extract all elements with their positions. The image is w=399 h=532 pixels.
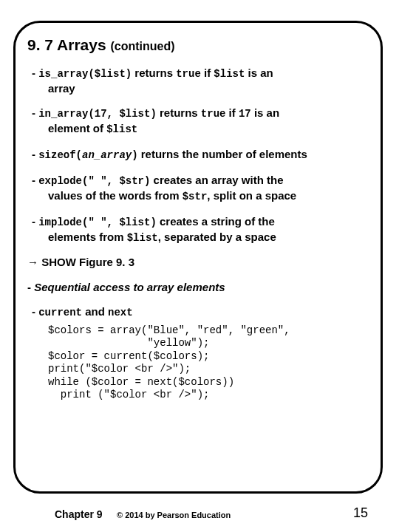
text: is an (251, 106, 279, 119)
dash: - (32, 106, 38, 119)
title-continued: (continued) (111, 40, 175, 52)
show-figure: → SHOW Figure 9. 3 (27, 255, 370, 269)
code-an-array: an_array (82, 149, 132, 161)
text: returns the number of elements (138, 148, 307, 160)
text: returns (132, 66, 176, 79)
page-number: 15 (353, 505, 368, 521)
text: element of (48, 122, 106, 134)
bullet-current-next: - current and next (27, 304, 370, 320)
arrow-icon: → (27, 256, 38, 268)
footer-chapter: Chapter 9 (55, 508, 103, 520)
text: is an (245, 66, 273, 79)
code-in-array: in_array(17, $list) (38, 108, 157, 120)
line2: values of the words from $str, split on … (32, 188, 370, 204)
code-true: true (201, 108, 226, 120)
footer-copyright: © 2014 by Pearson Education (117, 511, 231, 519)
code-current: current (38, 307, 82, 318)
text: Sequential access to array elements (34, 281, 225, 293)
title-text: Arrays (57, 36, 106, 53)
code-explode: explode(" ", $str) (38, 175, 150, 187)
slide-frame: 9. 7 Arrays (continued) - is_array($list… (13, 21, 383, 494)
dash: - (32, 215, 38, 228)
bullet-sequential: - Sequential access to array elements (27, 280, 370, 294)
text: if (201, 66, 214, 79)
dash: - (32, 174, 38, 186)
text: , split on a space (207, 189, 296, 202)
dash: - (32, 66, 38, 79)
code-true: true (176, 68, 201, 80)
code-close: ) (132, 149, 137, 161)
slide-title: 9. 7 Arrays (continued) (27, 36, 370, 54)
dash: - (32, 305, 38, 318)
text: SHOW Figure 9. 3 (38, 256, 134, 268)
bullet-explode: - explode(" ", $str) creates an array wi… (27, 173, 370, 204)
code-17: 17 (239, 108, 251, 120)
text: creates a string of the (157, 215, 275, 228)
text: creates an array with the (150, 174, 283, 186)
code-next: next (108, 307, 133, 318)
text: and (82, 305, 108, 318)
code-list: $list (127, 232, 158, 244)
line2: element of $list (32, 121, 370, 137)
text: if (225, 106, 239, 119)
code-implode: implode(" ", $list) (38, 216, 157, 228)
code-sizeof: sizeof( (38, 149, 82, 161)
text: returns (157, 106, 201, 119)
text: , separated by a space (158, 231, 276, 243)
bullet-is-array: - is_array($list) returns true if $list … (27, 66, 370, 95)
dash: - (32, 148, 38, 160)
text: elements from (48, 231, 127, 243)
bullet-implode: - implode(" ", $list) creates a string o… (27, 214, 370, 245)
code-list: $list (106, 123, 137, 135)
text: values of the words from (48, 189, 183, 202)
bullet-in-array: - in_array(17, $list) returns true if 17… (27, 106, 370, 137)
footer: Chapter 9 © 2014 by Pearson Education 15 (0, 505, 399, 526)
line2: elements from $list, separated by a spac… (32, 230, 370, 245)
title-number: 9. 7 (27, 36, 53, 53)
text: array (32, 81, 370, 95)
code-str: $str (183, 191, 208, 202)
code-block: $colors = array("Blue", "red", "green", … (48, 324, 370, 402)
code-list: $list (214, 68, 245, 80)
code-is-array: is_array($list) (38, 68, 132, 80)
dash: - (27, 281, 34, 293)
bullet-sizeof: - sizeof(an_array) returns the number of… (27, 147, 370, 163)
